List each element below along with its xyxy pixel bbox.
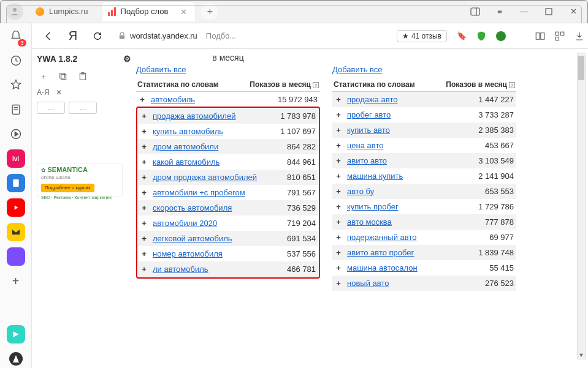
gear-icon[interactable]: ⚙ [123, 54, 131, 64]
reviews-badge[interactable]: ★ 41 отзыв [397, 30, 447, 42]
add-keyword-button[interactable]: + [138, 231, 150, 246]
add-keyword-button[interactable]: + [138, 185, 150, 200]
collections-icon[interactable] [7, 100, 25, 119]
add-keyword-button[interactable]: + [332, 153, 345, 168]
keyword-link[interactable]: купить автомобиль [153, 127, 223, 136]
add-app-button[interactable]: + [7, 272, 25, 290]
keyword-link[interactable]: автомобили +с пробегом [153, 188, 245, 197]
app-ivi[interactable]: ivi [7, 149, 25, 168]
reader-icon[interactable] [534, 30, 546, 42]
add-keyword-button[interactable]: + [138, 139, 150, 154]
keyword-link[interactable]: дром продажа автомобилей [153, 173, 257, 182]
favorites-icon[interactable] [7, 76, 25, 94]
maximize-button[interactable] [536, 2, 561, 21]
url-box[interactable]: wordstat.yandex.ru Подбо... [112, 27, 242, 45]
app-docs[interactable] [7, 174, 25, 192]
app-teal[interactable] [7, 325, 25, 344]
yandex-home-button[interactable]: Я [63, 26, 83, 47]
notifications-icon[interactable]: 3 [7, 27, 25, 45]
add-all-link[interactable]: Добавить все [332, 65, 516, 74]
add-keyword-button[interactable]: + [332, 122, 345, 138]
add-keyword-button[interactable]: + [138, 200, 150, 216]
add-keyword-button[interactable]: + [332, 92, 345, 107]
play-icon[interactable] [7, 125, 25, 143]
add-keyword-button[interactable]: + [332, 230, 345, 245]
close-button[interactable]: ✕ [561, 2, 586, 21]
paste-icon[interactable] [76, 70, 90, 83]
keyword-link[interactable]: скорость автомобиля [153, 203, 232, 212]
scroll-thumb[interactable] [578, 56, 584, 80]
download-icon[interactable] [514, 30, 527, 42]
minimize-button[interactable]: — [512, 2, 536, 21]
keyword-link[interactable]: продажа автомобилей [153, 111, 235, 121]
help-icon[interactable]: ? [313, 82, 319, 88]
add-keyword-button[interactable]: + [138, 124, 150, 139]
keyword-link[interactable]: цена авто [347, 141, 383, 150]
reload-button[interactable] [87, 26, 108, 47]
add-icon[interactable]: ＋ [37, 70, 50, 83]
keyword-link[interactable]: подержанный авто [347, 233, 416, 242]
keyword-link[interactable]: авито авто пробег [347, 248, 414, 257]
keyword-link[interactable]: машина купить [347, 171, 403, 181]
keyword-link[interactable]: номер автомобиля [153, 249, 223, 258]
ext-green-icon[interactable] [495, 30, 507, 42]
keyword-link[interactable]: купить авто [347, 126, 390, 135]
keyword-link[interactable]: авто москва [347, 217, 392, 227]
add-keyword-button[interactable]: + [332, 214, 345, 230]
scroll-down-icon[interactable]: ▼ [578, 351, 585, 359]
add-keyword-button[interactable]: + [138, 170, 150, 185]
keyword-link[interactable]: авито авто [347, 156, 387, 165]
more-1[interactable]: … [37, 102, 65, 114]
profile-avatar[interactable] [6, 3, 23, 20]
keyword-link[interactable]: машина автосалон [347, 263, 418, 272]
copy-icon[interactable] [56, 70, 70, 83]
keyword-link[interactable]: легковой автомобиль [153, 234, 232, 243]
keyword-link[interactable]: пробег авто [347, 110, 391, 119]
scrollbar[interactable]: ▲ ▼ [577, 53, 586, 359]
tab-lumpics[interactable]: Lumpics.ru [29, 2, 97, 21]
menu-icon[interactable]: ≡ [487, 2, 512, 21]
add-keyword-button[interactable]: + [138, 246, 150, 261]
add-keyword-button[interactable]: + [138, 108, 150, 124]
downloads-icon[interactable] [573, 30, 586, 42]
app-youtube[interactable] [7, 198, 25, 217]
add-keyword-button[interactable]: + [332, 107, 345, 122]
app-purple[interactable] [7, 247, 25, 266]
more-2[interactable]: … [69, 102, 97, 114]
bookmark-icon[interactable]: 🔖 [456, 30, 468, 42]
keyword-link[interactable]: купить пробег [347, 202, 399, 211]
new-tab-button[interactable]: + [201, 3, 218, 20]
clear-icon[interactable]: ✕ [56, 88, 62, 97]
add-keyword-button[interactable]: + [332, 245, 345, 260]
extensions-icon[interactable] [554, 30, 566, 42]
ad-button[interactable]: Подробнее о курсах [41, 184, 94, 192]
keyword-link[interactable]: ли автомобиль [153, 265, 208, 274]
keyword-link[interactable]: продажа авто [347, 95, 397, 104]
close-icon[interactable]: ✕ [180, 7, 189, 16]
add-keyword-button[interactable]: + [138, 154, 150, 170]
keyword-link[interactable]: авто бу [347, 187, 374, 196]
add-keyword-button[interactable]: + [332, 260, 345, 276]
add-keyword-button[interactable]: + [332, 276, 345, 291]
keyword-link[interactable]: новый авто [347, 279, 389, 288]
add-keyword-button[interactable]: + [332, 138, 345, 153]
keyword-link[interactable]: автомобиль [151, 95, 195, 104]
add-keyword-button[interactable]: + [332, 199, 345, 214]
app-mail[interactable] [7, 223, 25, 241]
add-keyword-button[interactable]: + [138, 216, 150, 231]
keyword-link[interactable]: автомобили 2020 [153, 219, 217, 228]
add-keyword-button[interactable]: + [136, 92, 148, 107]
add-all-link[interactable]: Добавить все [136, 65, 320, 74]
ad-semantica[interactable]: ✿ SEMANTICA online-школа Подробнее о кур… [37, 163, 123, 197]
shield-icon[interactable] [475, 30, 487, 42]
sort-alpha[interactable]: А-Я [37, 88, 50, 97]
add-keyword-button[interactable]: + [332, 168, 345, 184]
alice-icon[interactable] [7, 350, 25, 368]
tab-wordstat[interactable]: Подбор слов ✕ [102, 2, 196, 21]
keyword-link[interactable]: какой автомобиль [153, 157, 220, 167]
sidebar-toggle-icon[interactable] [463, 2, 487, 21]
back-button[interactable] [38, 26, 59, 47]
keyword-link[interactable]: дром автомобили [153, 142, 218, 151]
add-keyword-button[interactable]: + [138, 261, 150, 277]
help-icon[interactable]: ? [509, 82, 515, 88]
